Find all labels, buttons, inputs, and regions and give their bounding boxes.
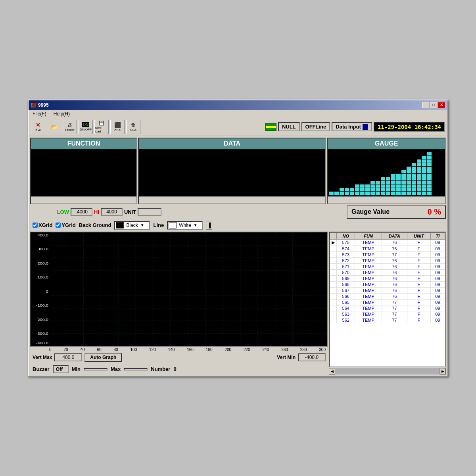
gauge-segment (422, 181, 426, 184)
maximize-button[interactable]: □ (430, 102, 437, 108)
gauge-segment (340, 192, 344, 195)
gauge-segment (412, 188, 416, 191)
cell-data: 76 (382, 275, 407, 281)
title-controls: _ □ ✕ (422, 102, 445, 108)
svg-text:400.0: 400.0 (37, 233, 48, 237)
table-row[interactable]: 572TEMP76F09 (330, 257, 445, 263)
low-input[interactable] (71, 208, 92, 216)
table-row[interactable]: 566TEMP76F09 (330, 293, 445, 299)
table-row[interactable]: 564TEMP77F09 (330, 305, 445, 311)
hi-input[interactable] (101, 208, 123, 216)
xgrid-checkbox[interactable] (33, 223, 38, 228)
open-button[interactable]: 📂 (47, 120, 61, 134)
cell-no: 563 (337, 311, 355, 317)
table-row[interactable]: 567TEMP76F09 (330, 287, 445, 293)
saveload-button[interactable]: 💾 save load (94, 120, 109, 134)
table-row[interactable]: 568TEMP76F09 (330, 281, 445, 287)
cell-unit: F (407, 239, 431, 246)
row-arrow (330, 305, 337, 311)
table-row[interactable]: 573TEMP77F09 (330, 251, 445, 257)
cell-data: 76 (382, 257, 407, 263)
gauge-segment (370, 184, 375, 188)
gauge-segment (365, 184, 370, 188)
th-no: NO (337, 232, 355, 239)
ygrid-checkbox-label[interactable]: YGrid (56, 222, 75, 228)
table-row[interactable]: 574TEMP76F09 (330, 246, 445, 251)
line-color-select[interactable]: White ▼ (167, 221, 203, 230)
x-label-300: 300 (319, 347, 326, 352)
row-arrow (330, 317, 337, 323)
cell-data: 76 (382, 246, 407, 251)
table-row[interactable]: ▶575TEMP76F09 (330, 239, 445, 246)
table-row[interactable]: 562TEMP77F09 (330, 317, 445, 323)
x-label-60: 60 (97, 347, 101, 352)
gauge-segment (381, 184, 385, 188)
datetime-display: 11-29-2004 16:42:34 (374, 122, 445, 132)
cell-data: 76 (382, 287, 407, 293)
table-row[interactable]: 571TEMP76F09 (330, 263, 445, 269)
max-label: Max (111, 366, 121, 372)
table-row[interactable]: 565TEMP77F09 (330, 299, 445, 305)
unit-input[interactable] (138, 208, 161, 216)
table-row[interactable]: 563TEMP77F09 (330, 311, 445, 317)
cell-no: 568 (337, 281, 355, 287)
scroll-handle[interactable]: ▐ (206, 221, 212, 230)
background-color-select[interactable]: Black ▼ (114, 221, 150, 230)
svg-text:-400.0: -400.0 (36, 341, 48, 345)
cls-label: CLS (114, 129, 121, 132)
horizontal-scrollbar-track[interactable] (335, 368, 440, 374)
th-arrow (330, 232, 337, 239)
x-label-200: 200 (225, 347, 231, 352)
data-table-area: NO FUN DATA UNIT TI ▶575TEMP76F09574TEMP… (329, 232, 446, 374)
table-row[interactable]: 569TEMP76F09 (330, 275, 445, 281)
ygrid-checkbox[interactable] (56, 223, 61, 228)
gauge-segment (417, 192, 421, 195)
gauge-segment (407, 170, 411, 173)
gauge-segment (376, 184, 380, 188)
dnoff-icon: DN (82, 122, 89, 127)
gauge-segment (370, 192, 375, 195)
menu-help[interactable]: Help(H) (52, 111, 71, 117)
gauge-segment (412, 174, 416, 177)
th-ti: TI (430, 232, 445, 239)
minimize-button[interactable]: _ (422, 102, 429, 108)
table-row[interactable]: 570TEMP76F09 (330, 269, 445, 275)
cell-ti: 09 (430, 269, 445, 275)
cla-button[interactable]: 🗑 CLA (126, 120, 140, 134)
gauge-bar-group (350, 188, 354, 195)
row-arrow (330, 275, 337, 281)
cell-ti: 09 (430, 293, 445, 299)
gauge-segment (427, 170, 432, 173)
close-button[interactable]: ✕ (438, 102, 445, 108)
controls-and-table: XGrid YGrid Back Ground Black ▼ Line (30, 220, 446, 232)
vert-max-input[interactable] (54, 353, 82, 361)
gauge-bar-group (329, 192, 334, 195)
cell-unit: F (407, 251, 431, 257)
cls-button[interactable]: ⬛ CLS (110, 120, 125, 134)
gauge-segment (412, 177, 416, 180)
vert-min-input[interactable] (298, 353, 326, 361)
x-label-80: 80 (114, 347, 118, 352)
gauge-segment (412, 167, 416, 170)
gauge-bar-group (334, 192, 339, 195)
xgrid-checkbox-label[interactable]: XGrid (33, 222, 52, 228)
printer-button[interactable]: 🖨 Printer (63, 120, 77, 134)
scroll-left-button[interactable]: ◀ (329, 368, 335, 374)
gauge-segment (381, 192, 385, 195)
auto-graph-button[interactable]: Auto Graph (84, 353, 122, 362)
gauge-value-label: Gauge Value (351, 208, 390, 215)
graph-controls: XGrid YGrid Back Ground Black ▼ Line (30, 220, 446, 231)
x-label-160: 160 (187, 347, 194, 352)
dnoff-button[interactable]: DN DN/OFF (79, 120, 93, 134)
x-label-0: 0 (49, 347, 52, 352)
hi-label: HI (94, 209, 99, 215)
status-null[interactable]: NULL (278, 122, 300, 131)
status-datainput[interactable]: Data Input (332, 122, 372, 131)
gauge-segment (376, 192, 380, 195)
exit-button[interactable]: ✕ Exit (31, 120, 45, 134)
status-offline[interactable]: OFFLine (301, 122, 330, 131)
cell-fun: TEMP (355, 311, 382, 317)
gauge-bar-group (360, 184, 365, 195)
menu-file[interactable]: File(F) (31, 111, 48, 117)
scroll-right-button[interactable]: ▶ (440, 368, 446, 374)
